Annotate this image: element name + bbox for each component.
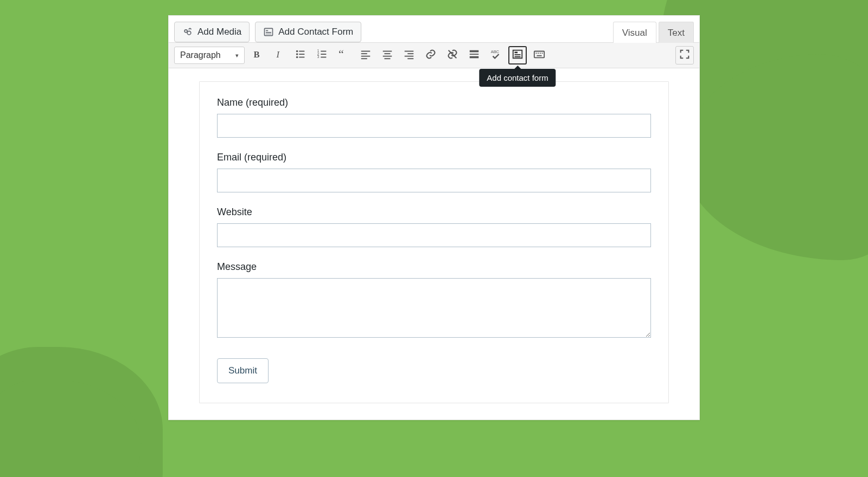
submit-wrap: Submit bbox=[217, 358, 651, 383]
fullscreen-icon bbox=[679, 48, 691, 62]
svg-rect-47 bbox=[537, 55, 541, 56]
submit-button[interactable]: Submit bbox=[217, 358, 269, 383]
bold-button[interactable]: B bbox=[248, 46, 266, 65]
editor-tabs: Visual Text bbox=[613, 22, 694, 43]
svg-rect-34 bbox=[470, 50, 479, 53]
svg-rect-15 bbox=[321, 51, 326, 52]
svg-text:ABC: ABC bbox=[491, 49, 500, 54]
fullscreen-button[interactable] bbox=[675, 46, 694, 65]
svg-rect-23 bbox=[361, 56, 371, 57]
keyboard-button[interactable] bbox=[530, 46, 548, 65]
label-email: Email (required) bbox=[217, 152, 651, 163]
paragraph-select-label: Paragraph bbox=[180, 50, 221, 60]
unlink-icon bbox=[446, 48, 458, 62]
toolbar-left-buttons: Add Media Add Contact Form bbox=[174, 22, 361, 42]
svg-rect-4 bbox=[266, 32, 271, 33]
add-contact-form-button[interactable]: Add Contact Form bbox=[255, 22, 361, 42]
svg-rect-44 bbox=[538, 53, 539, 54]
svg-rect-46 bbox=[542, 53, 543, 54]
svg-point-0 bbox=[184, 29, 187, 32]
read-more-icon bbox=[468, 48, 480, 62]
align-right-button[interactable] bbox=[400, 46, 418, 65]
unlink-button[interactable] bbox=[443, 46, 462, 65]
svg-rect-9 bbox=[299, 51, 304, 52]
svg-rect-42 bbox=[534, 51, 544, 58]
svg-text:I: I bbox=[276, 49, 280, 60]
bold-icon: B bbox=[251, 48, 263, 62]
svg-rect-22 bbox=[361, 53, 367, 54]
svg-text:“: “ bbox=[339, 48, 344, 60]
svg-rect-11 bbox=[299, 54, 304, 55]
tooltip-add-contact-form: Add contact form bbox=[479, 69, 556, 87]
svg-rect-32 bbox=[407, 58, 413, 59]
editor-window: Add Media Add Contact Form Visual Text P… bbox=[168, 15, 700, 420]
spellcheck-button[interactable]: ABC bbox=[487, 46, 505, 65]
align-center-button[interactable] bbox=[378, 46, 397, 65]
field-name: Name (required) bbox=[217, 97, 651, 138]
svg-rect-40 bbox=[515, 54, 521, 55]
input-email[interactable] bbox=[217, 169, 651, 192]
paragraph-select[interactable]: Paragraph bbox=[174, 47, 245, 64]
svg-rect-30 bbox=[407, 53, 413, 54]
align-center-icon bbox=[381, 48, 393, 62]
italic-icon: I bbox=[273, 48, 285, 62]
svg-rect-5 bbox=[266, 34, 271, 34]
svg-text:B: B bbox=[254, 49, 260, 60]
svg-text:3: 3 bbox=[317, 55, 320, 59]
tab-text[interactable]: Text bbox=[659, 22, 694, 43]
bullet-list-button[interactable] bbox=[291, 46, 310, 65]
svg-rect-25 bbox=[383, 51, 392, 52]
field-email: Email (required) bbox=[217, 152, 651, 192]
link-icon bbox=[425, 48, 437, 62]
top-toolbar: Add Media Add Contact Form Visual Text bbox=[169, 16, 699, 43]
svg-rect-3 bbox=[266, 30, 268, 31]
svg-rect-39 bbox=[515, 51, 518, 53]
svg-rect-35 bbox=[470, 54, 479, 55]
svg-point-10 bbox=[296, 53, 298, 55]
add-media-label: Add Media bbox=[197, 27, 241, 37]
svg-point-8 bbox=[296, 50, 298, 53]
align-left-icon bbox=[360, 48, 372, 62]
svg-rect-31 bbox=[405, 56, 414, 57]
align-right-icon bbox=[403, 48, 415, 62]
input-name[interactable] bbox=[217, 114, 651, 138]
spellcheck-icon: ABC bbox=[490, 48, 502, 62]
label-website: Website bbox=[217, 207, 651, 218]
svg-rect-21 bbox=[361, 51, 371, 52]
add-contact-form-label: Add Contact Form bbox=[278, 27, 353, 37]
insert-more-button[interactable] bbox=[465, 46, 483, 65]
input-website[interactable] bbox=[217, 223, 651, 247]
svg-rect-43 bbox=[536, 53, 537, 54]
svg-rect-28 bbox=[385, 58, 391, 59]
svg-rect-27 bbox=[383, 56, 392, 57]
label-name: Name (required) bbox=[217, 97, 651, 108]
tab-visual[interactable]: Visual bbox=[613, 22, 656, 43]
bullet-list-icon bbox=[295, 48, 307, 62]
numbered-list-icon: 123 bbox=[316, 48, 328, 62]
numbered-list-button[interactable]: 123 bbox=[313, 46, 331, 65]
svg-rect-26 bbox=[385, 53, 391, 54]
svg-point-12 bbox=[296, 56, 298, 59]
format-toolbar: Paragraph B I 123 “ bbox=[169, 43, 699, 68]
svg-rect-45 bbox=[540, 53, 541, 54]
quote-icon: “ bbox=[338, 48, 350, 62]
svg-point-1 bbox=[187, 31, 191, 35]
input-message[interactable] bbox=[217, 278, 651, 338]
toolbar-add-contact-form-button[interactable]: Add contact form bbox=[508, 46, 527, 65]
align-left-button[interactable] bbox=[356, 46, 375, 65]
svg-rect-13 bbox=[299, 57, 304, 58]
field-website: Website bbox=[217, 207, 651, 247]
svg-rect-24 bbox=[361, 58, 367, 59]
media-icon bbox=[182, 27, 193, 37]
field-message: Message bbox=[217, 261, 651, 340]
blockquote-button[interactable]: “ bbox=[335, 46, 353, 65]
form-icon bbox=[263, 27, 274, 37]
italic-button[interactable]: I bbox=[270, 46, 288, 65]
svg-rect-17 bbox=[321, 54, 326, 55]
svg-rect-29 bbox=[405, 51, 414, 52]
editor-canvas: Name (required) Email (required) Website… bbox=[169, 68, 699, 420]
keyboard-icon bbox=[533, 48, 545, 62]
add-media-button[interactable]: Add Media bbox=[174, 22, 250, 42]
svg-rect-41 bbox=[515, 56, 521, 57]
link-button[interactable] bbox=[422, 46, 440, 65]
